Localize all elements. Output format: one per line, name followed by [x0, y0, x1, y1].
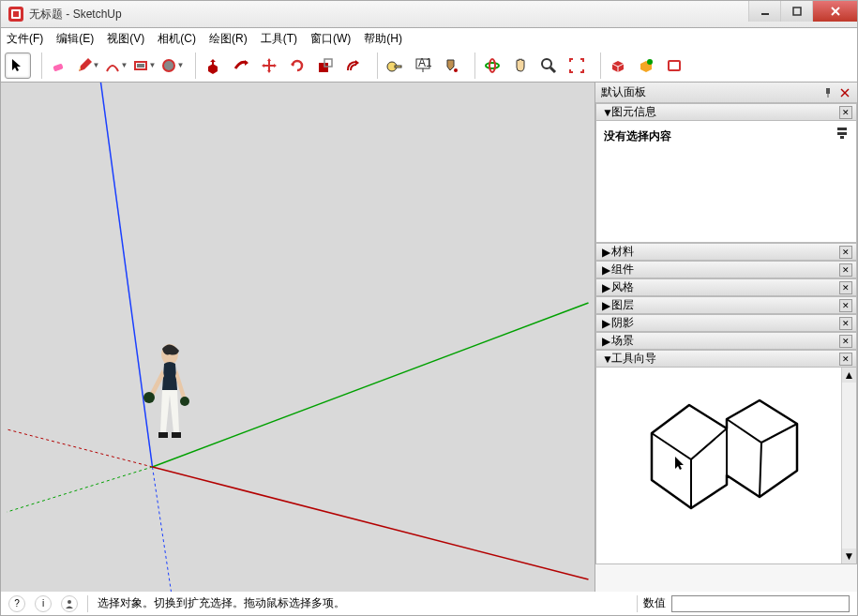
tape-tool[interactable] — [382, 53, 408, 79]
svg-rect-9 — [137, 64, 144, 68]
svg-point-34 — [143, 392, 155, 403]
menu-draw[interactable]: 绘图(R) — [209, 31, 248, 47]
value-input[interactable] — [671, 595, 850, 612]
tray-title: 默认面板 — [601, 84, 646, 100]
paint-tool[interactable] — [438, 53, 464, 79]
warehouse-tool[interactable] — [633, 53, 659, 79]
menu-bar: 文件(F) 编辑(E) 视图(V) 相机(C) 绘图(R) 工具(T) 窗口(W… — [0, 28, 858, 49]
svg-line-30 — [8, 429, 153, 467]
axes-overlay — [1, 83, 595, 592]
arc-tool[interactable]: ▼ — [102, 53, 128, 79]
svg-point-20 — [542, 59, 551, 68]
components-tool[interactable] — [605, 53, 631, 79]
chevron-right-icon: ▶ — [602, 246, 611, 259]
svg-point-17 — [454, 68, 458, 72]
pushpull-tool[interactable] — [200, 53, 226, 79]
zoom-tool[interactable] — [535, 53, 562, 79]
close-button[interactable] — [812, 1, 857, 22]
svg-line-28 — [8, 467, 153, 512]
tray-panel: 默认面板 ▼ 图元信息 ✕ 没有选择内容 ▶材料✕ ▶组件✕ ▶风格✕ ▶图层✕… — [595, 83, 857, 592]
rotate-tool[interactable] — [284, 53, 310, 79]
orbit-tool[interactable] — [479, 53, 505, 79]
panel-close-icon[interactable]: ✕ — [839, 353, 852, 366]
pencil-tool[interactable]: ▼ — [74, 53, 100, 79]
panel-scenes-header[interactable]: ▶场景✕ — [595, 332, 857, 350]
panel-components-title: 组件 — [611, 262, 634, 278]
panel-materials-header[interactable]: ▶材料✕ — [595, 243, 857, 261]
gear-icon[interactable] — [835, 127, 849, 143]
panel-instructor-title: 工具向导 — [611, 351, 656, 367]
panel-shadows-header[interactable]: ▶阴影✕ — [595, 314, 857, 332]
menu-file[interactable]: 文件(F) — [7, 31, 43, 47]
chevron-down-icon: ▼ — [602, 106, 611, 119]
panel-close-icon[interactable]: ✕ — [839, 299, 852, 312]
chevron-right-icon: ▶ — [602, 317, 611, 330]
menu-tools[interactable]: 工具(T) — [261, 31, 297, 47]
panel-close-icon[interactable]: ✕ — [839, 106, 852, 119]
panel-shadows-title: 阴影 — [611, 315, 634, 331]
tray-title-bar[interactable]: 默认面板 — [595, 83, 857, 103]
panel-instructor-header[interactable]: ▼工具向导✕ — [595, 350, 857, 368]
followme-tool[interactable] — [228, 53, 254, 79]
svg-rect-7 — [53, 63, 63, 71]
svg-point-19 — [489, 59, 495, 72]
panel-close-icon[interactable]: ✕ — [839, 335, 852, 348]
chevron-right-icon: ▶ — [602, 263, 611, 277]
panel-layers-header[interactable]: ▶图层✕ — [595, 296, 857, 314]
layout-tool[interactable] — [661, 53, 687, 79]
svg-rect-11 — [319, 63, 328, 72]
svg-line-27 — [153, 303, 589, 467]
svg-rect-41 — [837, 132, 847, 135]
viewport[interactable] — [1, 83, 595, 592]
toolbar-separator — [188, 53, 196, 79]
svg-point-43 — [68, 600, 71, 604]
scale-tool[interactable] — [312, 53, 339, 79]
eraser-tool[interactable] — [46, 53, 72, 79]
offset-tool[interactable] — [340, 53, 367, 79]
menu-view[interactable]: 视图(V) — [107, 31, 144, 47]
panel-close-icon[interactable]: ✕ — [839, 281, 852, 294]
figure-person[interactable] — [142, 343, 198, 477]
entity-info-no-selection: 没有选择内容 — [604, 129, 671, 143]
window-title: 无标题 - SketchUp — [29, 7, 122, 23]
tray-close-icon[interactable] — [838, 86, 851, 99]
panel-components-header[interactable]: ▶组件✕ — [595, 261, 857, 278]
panel-styles-header[interactable]: ▶风格✕ — [595, 278, 857, 296]
text-tool[interactable]: A1 — [410, 53, 436, 79]
zoom-extents-tool[interactable] — [564, 53, 590, 79]
panel-close-icon[interactable]: ✕ — [839, 263, 852, 277]
status-help-icon[interactable]: ? — [8, 595, 25, 612]
pin-icon[interactable] — [821, 86, 835, 99]
menu-camera[interactable]: 相机(C) — [158, 31, 196, 47]
status-info-icon[interactable]: i — [35, 595, 52, 612]
menu-help[interactable]: 帮助(H) — [364, 31, 402, 47]
chevron-right-icon: ▶ — [602, 299, 611, 312]
scroll-up-icon[interactable]: ▲ — [842, 368, 856, 383]
svg-rect-36 — [826, 88, 830, 94]
select-tool[interactable] — [5, 53, 31, 79]
toolbar-separator — [370, 53, 378, 79]
panel-entity-info-header[interactable]: ▼ 图元信息 ✕ — [595, 103, 857, 121]
panel-close-icon[interactable]: ✕ — [839, 246, 852, 259]
circle-tool[interactable]: ▼ — [158, 53, 185, 79]
svg-line-21 — [550, 68, 555, 72]
panel-styles-title: 风格 — [611, 279, 634, 295]
svg-point-10 — [163, 60, 174, 71]
maximize-button[interactable] — [780, 1, 812, 22]
chevron-down-icon: ▼ — [602, 353, 611, 366]
rectangle-tool[interactable]: ▼ — [130, 53, 157, 79]
svg-line-29 — [153, 467, 589, 579]
title-bar: 无标题 - SketchUp — [0, 0, 858, 28]
pan-tool[interactable] — [507, 53, 534, 79]
svg-rect-32 — [158, 432, 168, 438]
status-user-icon[interactable] — [61, 595, 78, 612]
panel-close-icon[interactable]: ✕ — [839, 317, 852, 330]
svg-point-22 — [647, 59, 653, 65]
scroll-down-icon[interactable]: ▼ — [842, 548, 856, 563]
minimize-button[interactable] — [748, 1, 780, 22]
scrollbar[interactable]: ▲ ▼ — [841, 368, 856, 563]
menu-edit[interactable]: 编辑(E) — [56, 31, 94, 47]
menu-window[interactable]: 窗口(W) — [310, 31, 351, 47]
move-tool[interactable] — [256, 53, 282, 79]
collapsed-panels: ▶材料✕ ▶组件✕ ▶风格✕ ▶图层✕ ▶阴影✕ ▶场景✕ ▼工具向导✕ — [595, 243, 857, 368]
